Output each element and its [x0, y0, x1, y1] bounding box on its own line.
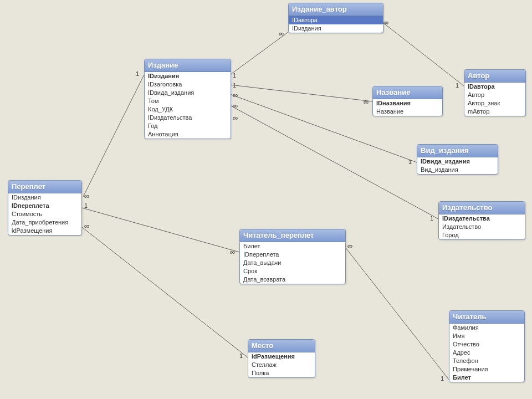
cardinality-label: 1: [430, 215, 433, 222]
field[interactable]: Полка: [248, 369, 315, 377]
cardinality-label: 1: [84, 202, 88, 209]
entity-fields: Фамилия Имя Отчество Адрес Телефон Приме…: [449, 324, 524, 382]
cardinality-label: ∞: [84, 192, 89, 200]
cardinality-label: ∞: [279, 29, 284, 38]
field[interactable]: idРазмещения: [8, 227, 81, 235]
field[interactable]: Стоимость: [8, 210, 81, 218]
field[interactable]: Автор_знак: [464, 99, 525, 108]
field[interactable]: Название: [373, 108, 442, 116]
field[interactable]: Дата_выдачи: [240, 259, 345, 267]
entity-fields: idРазмещения Стеллаж Полка: [248, 352, 315, 377]
entity-title: Переплет: [8, 181, 81, 193]
cardinality-label: 1: [233, 72, 236, 79]
field[interactable]: Примечания: [449, 365, 524, 374]
field[interactable]: Имя: [449, 332, 524, 340]
cardinality-label: ∞: [383, 18, 388, 27]
field-pk[interactable]: IDиздательства: [439, 214, 525, 223]
field[interactable]: Билет: [240, 242, 345, 250]
field[interactable]: Вид_издания: [417, 166, 498, 174]
field[interactable]: IDвида_издания: [145, 89, 231, 97]
entity-fields: IDавтора IDиздания: [289, 16, 383, 33]
entity-title: Автор: [464, 70, 525, 83]
field[interactable]: Город: [439, 231, 525, 239]
field[interactable]: Дата_возврата: [240, 275, 345, 284]
field[interactable]: Отчество: [449, 340, 524, 349]
cardinality-label: ∞: [84, 222, 89, 230]
field[interactable]: Дата_приобретения: [8, 218, 81, 227]
entity-fields: IDиздания IDзаголовка IDвида_издания Том…: [145, 72, 231, 139]
entity-fields: IDназвания Название: [373, 99, 442, 116]
cardinality-label: 1: [456, 82, 459, 89]
field-pk[interactable]: IDавтора: [464, 83, 525, 91]
cardinality-label: ∞: [233, 91, 238, 99]
field-pk[interactable]: IDназвания: [373, 99, 442, 108]
cardinality-label: 1: [441, 375, 444, 382]
cardinality-label: ∞: [230, 248, 235, 256]
entity-chitatel[interactable]: Читатель Фамилия Имя Отчество Адрес Теле…: [449, 310, 525, 382]
entity-avtor[interactable]: Автор IDавтора Автор Автор_знак mАвтор: [464, 69, 526, 116]
cardinality-label: ∞: [233, 114, 238, 122]
entity-pereplet[interactable]: Переплет IDиздания IDпереплета Стоимость…: [8, 180, 82, 236]
entity-title: Читатель_переплет: [240, 229, 345, 242]
field[interactable]: Год: [145, 122, 231, 130]
field[interactable]: Издательство: [439, 223, 525, 231]
cardinality-label: ∞: [347, 242, 352, 250]
field[interactable]: Фамилия: [449, 324, 524, 332]
entity-title: Место: [248, 340, 315, 352]
field[interactable]: IDиздания: [8, 193, 81, 202]
entity-fields: IDавтора Автор Автор_знак mАвтор: [464, 83, 525, 116]
field[interactable]: IDиздательства: [145, 114, 231, 122]
cardinality-label: 1: [233, 82, 236, 89]
entity-title: Издание: [145, 59, 231, 72]
field-pk[interactable]: IDпереплета: [8, 202, 81, 210]
cardinality-label: 1: [239, 352, 243, 359]
cardinality-label: ∞: [233, 101, 238, 110]
entity-title: Название: [373, 86, 442, 99]
cardinality-label: ∞: [364, 98, 369, 106]
entity-fields: Билет IDпереплета Дата_выдачи Срок Дата_…: [240, 242, 345, 284]
entity-vid-izdaniya[interactable]: Вид_издания IDвида_издания Вид_издания: [417, 144, 498, 175]
field-pk[interactable]: idРазмещения: [248, 352, 315, 361]
entity-fields: IDиздательства Издательство Город: [439, 214, 525, 239]
field[interactable]: Аннотация: [145, 130, 231, 139]
entity-fields: IDвида_издания Вид_издания: [417, 157, 498, 174]
entity-fields: IDиздания IDпереплета Стоимость Дата_при…: [8, 193, 81, 235]
field[interactable]: Том: [145, 97, 231, 105]
diagram-canvas[interactable]: Переплет IDиздания IDпереплета Стоимость…: [0, 0, 532, 399]
entity-mesto[interactable]: Место idРазмещения Стеллаж Полка: [248, 339, 315, 378]
entity-title: Издание_автор: [289, 3, 383, 16]
cardinality-label: 1: [136, 70, 139, 77]
field[interactable]: mАвтор: [464, 108, 525, 116]
field[interactable]: Телефон: [449, 357, 524, 365]
field[interactable]: Код_УДК: [145, 105, 231, 114]
field[interactable]: Автор: [464, 91, 525, 99]
field-pk[interactable]: IDвида_издания: [417, 157, 498, 166]
field-pk[interactable]: IDиздания: [145, 72, 231, 80]
cardinality-label: 1: [408, 158, 412, 165]
entity-chitatel-pereplet[interactable]: Читатель_переплет Билет IDпереплета Дата…: [239, 229, 346, 284]
entity-izdatelstvo[interactable]: Издательство IDиздательства Издательство…: [438, 201, 525, 240]
field[interactable]: Срок: [240, 267, 345, 275]
entity-title: Издательство: [439, 202, 525, 214]
entity-title: Вид_издания: [417, 145, 498, 157]
field[interactable]: Стеллаж: [248, 361, 315, 369]
field[interactable]: Адрес: [449, 349, 524, 357]
field[interactable]: IDзаголовка: [145, 80, 231, 89]
entity-izdanie-avtor[interactable]: Издание_автор IDавтора IDиздания: [288, 3, 383, 33]
field[interactable]: IDиздания: [289, 24, 383, 33]
field-pk[interactable]: Билет: [449, 374, 524, 382]
field-selected[interactable]: IDавтора: [289, 16, 383, 24]
field[interactable]: IDпереплета: [240, 250, 345, 259]
entity-izdanie[interactable]: Издание IDиздания IDзаголовка IDвида_изд…: [144, 59, 231, 139]
entity-nazvanie[interactable]: Название IDназвания Название: [372, 86, 443, 116]
entity-title: Читатель: [449, 311, 524, 324]
